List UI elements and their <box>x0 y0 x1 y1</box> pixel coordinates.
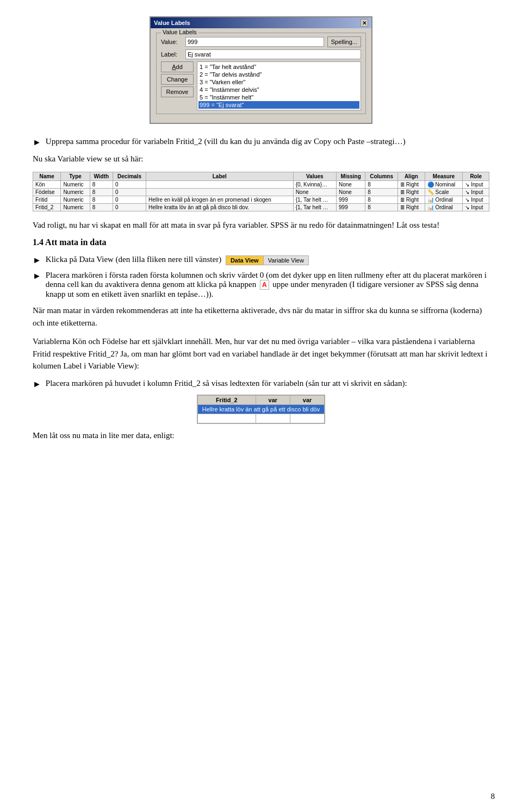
label-row: Label: <box>161 49 361 59</box>
cell-decimals: 0 <box>113 188 146 196</box>
list-item: 1 = "Tar helt avstånd" <box>198 63 359 71</box>
page-number: 8 <box>491 792 495 801</box>
cell-missing: 999 <box>337 196 365 203</box>
a-icon: A <box>260 280 269 290</box>
cell-measure: 📊 Ordinal <box>425 203 463 211</box>
cell-role: ↘ Input <box>463 188 489 196</box>
cell-measure: 📏 Scale <box>425 188 463 196</box>
dialog-screenshot: Value Labels ✕ Value Labels Value: Spell… <box>33 16 489 124</box>
spelling-button[interactable]: Spelling... <box>327 36 361 47</box>
arrow-icon-3: ► <box>33 271 41 281</box>
list-item: 5 = "Instämmer helt" <box>198 93 359 101</box>
value-input[interactable] <box>185 37 324 47</box>
cell-decimals: 0 <box>113 203 146 211</box>
list-item: 4 = "Instämmer delvis" <box>198 86 359 93</box>
cell-align: ≣ Right <box>398 188 425 196</box>
change-button[interactable]: Change <box>161 74 194 85</box>
cell-label: Hellre en kväll på krogen än en promenad… <box>146 196 294 203</box>
cell-width: 8 <box>90 180 113 188</box>
cell-decimals: 0 <box>113 180 146 188</box>
table-row: Fritid_2 Numeric 8 0 Hellre kratta löv ä… <box>33 203 489 211</box>
cell-type: Numeric <box>61 188 90 196</box>
section-number: 1.4 Att mata in data <box>33 238 107 247</box>
fritid-col-header: Fritid_2 <box>197 395 256 404</box>
empty-cell <box>256 414 290 423</box>
arrow-bullet-4: ► Placera markören på huvudet i kolumn F… <box>33 379 489 389</box>
tab-buttons: Data View Variable View <box>226 255 309 265</box>
label-label: Label: <box>161 51 185 58</box>
dialog-group-title: Value Labels <box>161 29 198 35</box>
fritid-table: Fritid_2 var var Hellre kratta löv än at… <box>197 395 325 423</box>
cell-align: ≣ Right <box>398 203 425 211</box>
fritid-screenshot: Fritid_2 var var Hellre kratta löv än at… <box>197 395 325 424</box>
cell-values: {1, Tar helt … <box>293 196 336 203</box>
values-listbox[interactable]: 1 = "Tar helt avstånd" 2 = "Tar delvis a… <box>197 61 361 110</box>
dialog-group: Value Labels Value: Spelling... Label: A… <box>156 33 366 114</box>
fritid-table-row-empty <box>197 414 324 423</box>
para-3: Men låt oss nu mata in lite mer data, en… <box>33 429 489 442</box>
arrow-icon-4: ► <box>33 379 41 389</box>
remove-button[interactable]: Remove <box>161 86 194 97</box>
cell-name: Fritid_2 <box>33 203 61 211</box>
col-width: Width <box>90 172 113 180</box>
arrow-text-1: Upprepa samma procedur för variabeln Fri… <box>46 137 489 146</box>
cell-columns: 8 <box>365 203 398 211</box>
arrow-bullet-2: ► Klicka på Data View (den lilla fliken … <box>33 255 489 265</box>
cell-columns: 8 <box>365 188 398 196</box>
close-icon[interactable]: ✕ <box>361 19 368 27</box>
cell-name: Kön <box>33 180 61 188</box>
vad-roligt-para: Vad roligt, nu har vi skapat en mall för… <box>33 219 489 232</box>
cell-width: 8 <box>90 188 113 196</box>
arrow-bullet-3: ► Placera markören i första raden första… <box>33 271 489 299</box>
variable-view-table-wrap: Name Type Width Decimals Label Values Mi… <box>33 172 489 211</box>
empty-cell <box>290 414 324 423</box>
dialog-title: Value Labels <box>154 20 190 26</box>
cell-missing: 999 <box>337 203 365 211</box>
table-row: Kön Numeric 8 0 {0, Kvinna}… None 8 ≣ Ri… <box>33 180 489 188</box>
arrow-icon-2: ► <box>33 255 41 265</box>
col-label: Label <box>146 172 294 180</box>
var-col-1: var <box>256 395 290 404</box>
cell-type: Numeric <box>61 203 90 211</box>
var-col-2: var <box>290 395 324 404</box>
para-2: Variablerna Kön och Födelse har ett själ… <box>33 335 489 372</box>
cell-width: 8 <box>90 196 113 203</box>
cell-type: Numeric <box>61 180 90 188</box>
add-button[interactable]: Add <box>161 61 194 72</box>
arrow-bullet-1: ► Upprepa samma procedur för variabeln F… <box>33 137 489 147</box>
col-missing: Missing <box>337 172 365 180</box>
table-row: Fritid Numeric 8 0 Hellre en kväll på kr… <box>33 196 489 203</box>
cell-missing: None <box>337 180 365 188</box>
col-name: Name <box>33 172 61 180</box>
col-type: Type <box>61 172 90 180</box>
arrow-text-2: Klicka på Data View (den lilla fliken ne… <box>46 255 489 265</box>
col-values: Values <box>293 172 336 180</box>
list-item: 3 = "Varken eller" <box>198 78 359 86</box>
cell-measure: 🔵 Nominal <box>425 180 463 188</box>
fritid-table-row: Hellre kratta löv än att gå på ett disco… <box>197 404 324 414</box>
arrow-text-3: Placera markören i första raden första k… <box>46 271 489 299</box>
cell-align: ≣ Right <box>398 180 425 188</box>
cell-values: {1, Tar helt … <box>293 203 336 211</box>
cell-name: Födelse <box>33 188 61 196</box>
data-view-tab: Data View <box>226 256 264 265</box>
dialog-content: Value Labels Value: Spelling... Label: A… <box>151 28 371 123</box>
col-columns: Columns <box>365 172 398 180</box>
arrow-icon-1: ► <box>33 138 41 147</box>
nu-ska-text: Nu ska Variable view se ut så här: <box>33 153 489 165</box>
cell-missing: None <box>337 188 365 196</box>
col-decimals: Decimals <box>113 172 146 180</box>
dialog-title-bar: Value Labels ✕ <box>151 17 371 28</box>
cell-columns: 8 <box>365 180 398 188</box>
cell-role: ↘ Input <box>463 203 489 211</box>
cell-label <box>146 188 294 196</box>
cell-align: ≣ Right <box>398 196 425 203</box>
para-1: När man matar in värden rekommenderas at… <box>33 304 489 329</box>
col-role: Role <box>463 172 489 180</box>
variable-view-table: Name Type Width Decimals Label Values Mi… <box>33 172 489 211</box>
cell-values: None <box>293 188 336 196</box>
value-labels-dialog: Value Labels ✕ Value Labels Value: Spell… <box>150 16 372 124</box>
value-row: Value: Spelling... <box>161 36 361 47</box>
selected-cell: Hellre kratta löv än att gå på ett disco… <box>197 404 324 414</box>
label-input[interactable] <box>185 49 361 59</box>
